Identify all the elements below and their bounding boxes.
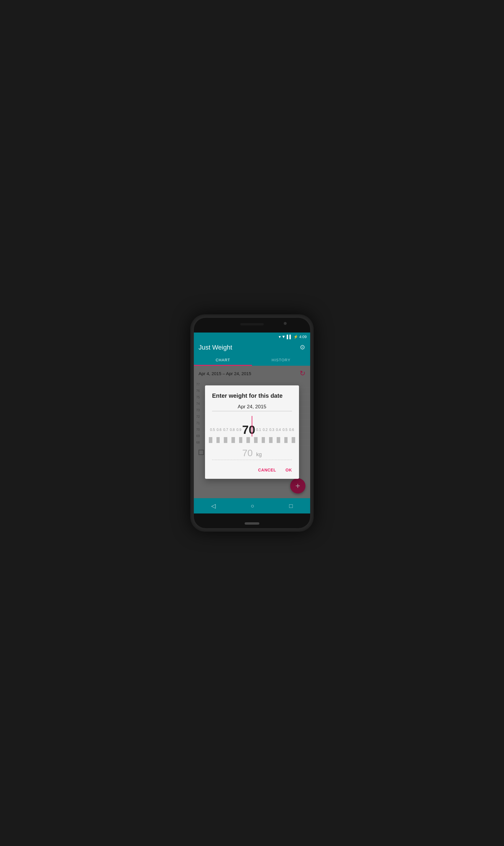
tick bbox=[209, 437, 212, 443]
signal-icon: ▌▌ bbox=[287, 335, 292, 339]
settings-icon[interactable]: ⚙ bbox=[300, 344, 305, 354]
status-icons: ▼ ▌▌ ⚡ 4:09 bbox=[278, 334, 307, 339]
ruler-num-0: 0.5 bbox=[209, 428, 216, 432]
tick bbox=[239, 437, 242, 443]
tick bbox=[292, 437, 295, 443]
tick bbox=[224, 437, 227, 443]
toolbar: Just Weight ⚙ bbox=[194, 341, 310, 354]
dialog-overlay: Enter weight for this date Apr 24, 2015 … bbox=[194, 366, 310, 498]
ruler-num-5: 0.1 bbox=[255, 428, 262, 432]
weight-input-row: 70 kg bbox=[205, 445, 299, 460]
ruler-num-8: 0.4 bbox=[275, 428, 282, 432]
wifi-icon: ▼ bbox=[278, 334, 286, 339]
ruler-center-value: 70 bbox=[242, 423, 255, 436]
camera bbox=[284, 322, 287, 325]
phone-device: ▼ ▌▌ ⚡ 4:09 Just Weight ⚙ CHART HISTORY bbox=[190, 314, 314, 532]
status-bar: ▼ ▌▌ ⚡ 4:09 bbox=[194, 332, 310, 341]
ruler-num-9: 0.5 bbox=[282, 428, 288, 432]
ruler-num-4: 0.9 bbox=[236, 428, 242, 432]
tick bbox=[284, 437, 288, 443]
tab-history[interactable]: HISTORY bbox=[252, 354, 310, 366]
weight-value-display: 70 bbox=[242, 448, 253, 458]
center-line bbox=[252, 416, 252, 436]
tick bbox=[277, 437, 280, 443]
tick bbox=[216, 437, 220, 443]
tab-bar: CHART HISTORY bbox=[194, 354, 310, 366]
dialog-title: Enter weight for this date bbox=[205, 385, 299, 401]
back-nav-icon[interactable]: ◁ bbox=[211, 502, 216, 509]
tick bbox=[247, 437, 250, 443]
status-time: 4:09 bbox=[299, 335, 307, 339]
cancel-button[interactable]: CANCEL bbox=[256, 466, 278, 474]
tab-chart[interactable]: CHART bbox=[194, 354, 252, 366]
speaker bbox=[240, 323, 264, 325]
main-content: Apr 4, 2015 – Apr 24, 2015 ↻ 77 76 75 74… bbox=[194, 366, 310, 498]
battery-icon: ⚡ bbox=[293, 335, 298, 339]
recents-nav-icon[interactable]: □ bbox=[289, 503, 292, 509]
ruler-num-6: 0.2 bbox=[262, 428, 269, 432]
dialog-buttons: CANCEL OK bbox=[205, 462, 299, 479]
screen-content: ▼ ▌▌ ⚡ 4:09 Just Weight ⚙ CHART HISTORY bbox=[194, 332, 310, 514]
tick bbox=[262, 437, 265, 443]
ruler-num-1: 0.6 bbox=[216, 428, 223, 432]
ruler-container: 0.5 0.6 0.7 0.8 0.9 70 0.1 0.2 0.3 0.4 bbox=[205, 416, 299, 436]
ruler-ticks bbox=[205, 437, 299, 443]
tick bbox=[231, 437, 235, 443]
weight-dialog: Enter weight for this date Apr 24, 2015 … bbox=[205, 385, 299, 479]
tick bbox=[269, 437, 273, 443]
weight-unit: kg bbox=[256, 451, 262, 458]
ruler-num-3: 0.8 bbox=[229, 428, 236, 432]
weight-picker[interactable]: 0.5 0.6 0.7 0.8 0.9 70 0.1 0.2 0.3 0.4 bbox=[205, 411, 299, 445]
home-button bbox=[245, 522, 259, 525]
ruler-num-10: 0.6 bbox=[288, 428, 295, 432]
app-title: Just Weight bbox=[199, 344, 232, 354]
ruler-num-2: 0.7 bbox=[222, 428, 229, 432]
tick bbox=[254, 437, 257, 443]
ruler-num-7: 0.3 bbox=[268, 428, 275, 432]
phone-screen: ▼ ▌▌ ⚡ 4:09 Just Weight ⚙ CHART HISTORY bbox=[194, 318, 310, 528]
home-nav-icon[interactable]: ○ bbox=[251, 503, 254, 509]
nav-bar: ◁ ○ □ bbox=[194, 498, 310, 514]
dialog-date: Apr 24, 2015 bbox=[212, 401, 292, 411]
ok-button[interactable]: OK bbox=[283, 466, 294, 474]
